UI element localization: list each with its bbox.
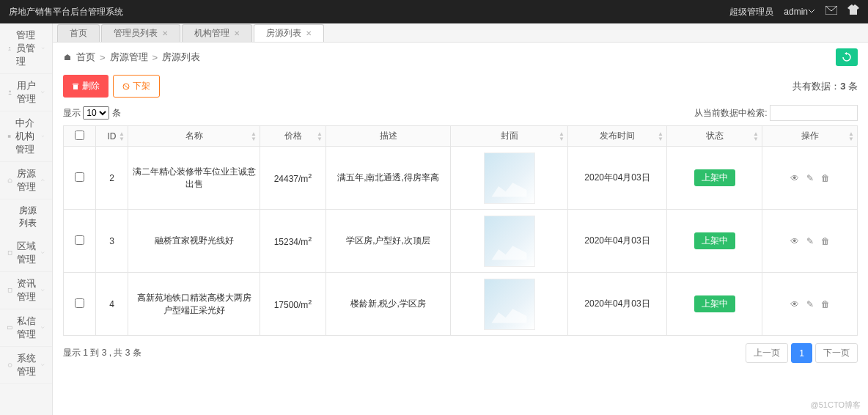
- cell-time: 2020年04月03日: [568, 210, 667, 273]
- cell-time: 2020年04月03日: [568, 273, 667, 336]
- chevron-up-icon: [40, 177, 45, 184]
- home-icon: [63, 53, 72, 62]
- svg-rect-8: [73, 85, 78, 89]
- row-checkbox[interactable]: [75, 298, 84, 308]
- svg-point-7: [8, 364, 12, 367]
- svg-point-1: [9, 47, 10, 48]
- col-checkbox[interactable]: [64, 126, 96, 147]
- delete-button[interactable]: 删除: [63, 75, 108, 98]
- sidebar-item-users[interactable]: 用户管理: [0, 74, 52, 111]
- col-status[interactable]: 状态▲▼: [667, 126, 762, 147]
- close-icon[interactable]: ✕: [306, 29, 312, 37]
- cell-id: 2: [96, 147, 128, 210]
- delete-icon[interactable]: 🗑: [821, 236, 830, 246]
- user-menu[interactable]: admin: [784, 0, 815, 23]
- cell-id: 4: [96, 273, 128, 336]
- tab-agency[interactable]: 机构管理✕: [182, 24, 252, 42]
- page-1-button[interactable]: 1: [791, 343, 812, 363]
- sidebar-item-system[interactable]: 系统管理: [0, 347, 52, 384]
- cell-cover: [451, 273, 568, 336]
- chevron-down-icon: [41, 45, 45, 52]
- col-cover[interactable]: 封面▲▼: [451, 126, 568, 147]
- prev-page-button[interactable]: 上一页: [746, 343, 788, 363]
- cell-price: 17500/m2: [260, 273, 326, 336]
- table-row: 3 融桥宜家视野光线好 15234/m2 学区房,户型好,次顶层 2020年04…: [64, 210, 858, 273]
- page-size-select[interactable]: 10: [83, 106, 109, 120]
- close-icon[interactable]: ✕: [162, 29, 168, 37]
- cell-desc: 楼龄新,税少,学区房: [326, 273, 451, 336]
- col-desc[interactable]: 描述: [326, 126, 451, 147]
- cell-id: 3: [96, 210, 128, 273]
- tab-home[interactable]: 首页: [57, 24, 100, 42]
- edit-icon[interactable]: ✎: [806, 236, 814, 246]
- cell-desc: 满五年,南北通透,得房率高: [326, 147, 451, 210]
- sidebar-item-houses[interactable]: 房源管理: [0, 162, 52, 199]
- view-icon[interactable]: 👁: [790, 236, 799, 246]
- delete-icon[interactable]: 🗑: [821, 299, 830, 309]
- col-time[interactable]: 发布时间▲▼: [568, 126, 667, 147]
- col-ops[interactable]: 操作▲▼: [762, 126, 858, 147]
- status-badge[interactable]: 上架中: [694, 232, 735, 249]
- cell-cover: [451, 210, 568, 273]
- cover-image: [484, 279, 535, 330]
- cell-time: 2020年04月03日: [568, 147, 667, 210]
- cell-name: 融桥宜家视野光线好: [128, 210, 260, 273]
- tab-admin-list[interactable]: 管理员列表✕: [101, 24, 180, 42]
- cell-name: 满二年精心装修带车位业主诚意出售: [128, 147, 260, 210]
- col-price[interactable]: 价格▲▼: [260, 126, 326, 147]
- sidebar-item-messages[interactable]: 私信管理: [0, 309, 52, 347]
- sidebar-item-admins[interactable]: 管理员管理: [0, 23, 52, 74]
- sidebar-sub-house-list[interactable]: 房源列表: [0, 199, 52, 235]
- next-page-button[interactable]: 下一页: [815, 343, 858, 363]
- status-badge[interactable]: 上架中: [694, 295, 735, 312]
- cell-desc: 学区房,户型好,次顶层: [326, 210, 451, 273]
- cover-image: [484, 216, 535, 267]
- data-count: 共有数据：3 条: [792, 80, 858, 93]
- svg-rect-4: [8, 251, 12, 255]
- svg-rect-6: [8, 326, 12, 329]
- row-checkbox[interactable]: [75, 172, 84, 182]
- watermark: @51CTO博客: [811, 400, 861, 411]
- cell-status: 上架中: [667, 210, 762, 273]
- cover-image: [484, 153, 535, 204]
- sidebar: 管理员管理 用户管理 中介机构管理 房源管理 房源列表 区域管理 资讯管理 私信…: [0, 23, 53, 415]
- mail-icon[interactable]: [825, 0, 837, 23]
- cell-status: 上架中: [667, 147, 762, 210]
- data-table: ID▲▼ 名称▲▼ 价格▲▼ 描述 封面▲▼ 发布时间▲▼ 状态▲▼ 操作▲▼ …: [63, 125, 858, 336]
- shirt-icon[interactable]: [847, 0, 859, 23]
- svg-rect-3: [8, 135, 11, 138]
- tab-house-list[interactable]: 房源列表✕: [254, 24, 324, 42]
- cell-cover: [451, 147, 568, 210]
- view-icon[interactable]: 👁: [790, 299, 799, 309]
- sidebar-item-agencies[interactable]: 中介机构管理: [0, 111, 52, 162]
- status-badge[interactable]: 上架中: [694, 169, 735, 186]
- edit-icon[interactable]: ✎: [806, 173, 814, 183]
- delete-icon[interactable]: 🗑: [821, 173, 830, 183]
- footer-info: 显示 1 到 3 , 共 3 条: [63, 347, 141, 359]
- col-name[interactable]: 名称▲▼: [128, 126, 260, 147]
- close-icon[interactable]: ✕: [234, 29, 240, 37]
- checkbox-all[interactable]: [75, 131, 84, 140]
- view-icon[interactable]: 👁: [790, 173, 799, 183]
- cell-price: 15234/m2: [260, 210, 326, 273]
- col-id[interactable]: ID▲▼: [96, 126, 128, 147]
- sidebar-item-regions[interactable]: 区域管理: [0, 235, 52, 272]
- svg-rect-5: [8, 289, 12, 293]
- table-row: 4 高新苑地铁口精装高楼大两房 户型端正采光好 17500/m2 楼龄新,税少,…: [64, 273, 858, 336]
- search-input[interactable]: [770, 105, 858, 121]
- remove-button[interactable]: 下架: [113, 75, 160, 98]
- svg-point-2: [9, 91, 10, 92]
- table-row: 2 满二年精心装修带车位业主诚意出售 24437/m2 满五年,南北通透,得房率…: [64, 147, 858, 210]
- app-title: 房地产销售平台后台管理系统: [9, 0, 123, 23]
- svg-rect-9: [73, 84, 78, 85]
- cell-name: 高新苑地铁口精装高楼大两房 户型端正采光好: [128, 273, 260, 336]
- breadcrumb: 首页> 房源管理> 房源列表: [63, 51, 200, 64]
- row-checkbox[interactable]: [75, 235, 84, 245]
- svg-line-11: [124, 84, 128, 89]
- edit-icon[interactable]: ✎: [806, 299, 814, 309]
- cell-price: 24437/m2: [260, 147, 326, 210]
- refresh-button[interactable]: [836, 48, 858, 66]
- sidebar-item-news[interactable]: 资讯管理: [0, 272, 52, 309]
- cell-status: 上架中: [667, 273, 762, 336]
- user-role: 超级管理员: [729, 0, 773, 23]
